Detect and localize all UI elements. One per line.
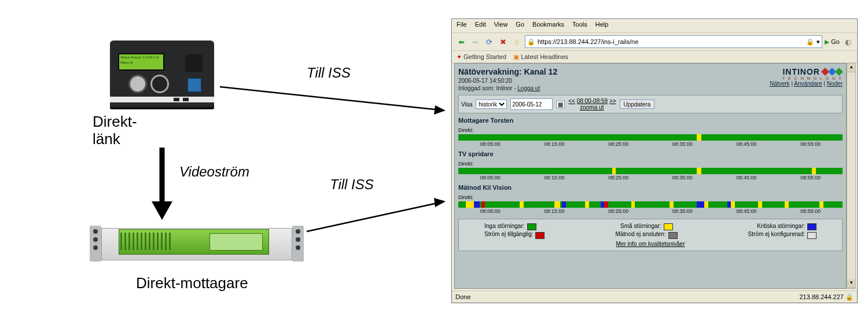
row-prefix: Direkt: (458, 127, 473, 133)
videostrom-label: Videoström (179, 164, 249, 180)
forward-icon[interactable]: ➡ (469, 36, 481, 47)
timeline-ticks: 08:05:0008:15:0008:25:0008:35:0008:45:00… (458, 208, 843, 214)
direkt-mottagare-label: Direkt-mottagare (136, 275, 248, 292)
uppdatera-button[interactable]: Uppdatera (620, 100, 655, 109)
intinor-logo: INTINOR T E C H N O L O G Y Nätverk | An… (770, 67, 843, 87)
nav-natverk[interactable]: Nätverk (770, 80, 789, 87)
logout-link[interactable]: Logga ut (517, 85, 540, 91)
status-right: 213.88.244.227 (799, 293, 843, 300)
legend-swatch (664, 223, 673, 230)
till-iss-label-bottom: Till ISS (330, 176, 374, 193)
ssl-icon: 🔒 (806, 38, 814, 46)
date-input[interactable] (510, 98, 553, 110)
calendar-icon[interactable]: ▦ (556, 101, 565, 108)
legend-label: Mätnod ej ansluten: (615, 231, 665, 237)
legend-swatch (527, 223, 536, 230)
visa-select[interactable]: historik (476, 100, 507, 109)
timeline-bar (458, 134, 843, 141)
svg-marker-5 (434, 198, 446, 207)
encoder-lcd: Status Encod: 1:0:54 1.9 Mbps dt (118, 53, 164, 71)
home-icon[interactable]: ⌂ (511, 36, 523, 47)
timeline-bar (458, 168, 843, 174)
row-prefix: Direkt: (458, 161, 473, 167)
menu-file[interactable]: File (457, 21, 467, 32)
timeline-ticks: 08:05:0008:15:0008:25:0008:35:0008:45:00… (458, 175, 843, 181)
logged-in-prefix: Inloggad som: Intinor - (458, 85, 517, 91)
legend-label: Kritiska störningar: (757, 223, 805, 229)
till-iss-label-top: Till ISS (307, 65, 351, 81)
menu-help[interactable]: Help (595, 21, 609, 32)
section-title: TV spridare (458, 150, 843, 157)
timeline-ticks: 08:05:0008:15:0008:25:0008:35:0008:45:00… (458, 141, 843, 147)
legend-swatch (807, 223, 816, 230)
browser-scrollbar[interactable]: ▴ ▾ (847, 63, 856, 289)
more-info-link[interactable]: Mer info om kvalitetsnivåer (616, 241, 685, 247)
legend-label: Ström ej tillgänglig: (484, 231, 533, 237)
direktlank-device: Status Encod: 1:0:54 1.9 Mbps dt (110, 32, 214, 107)
row-prefix: Direkt: (458, 194, 473, 200)
legend-swatch (668, 232, 678, 239)
url-text: https://213.88.244.227/ins-i_rails/ne (538, 38, 804, 45)
back-icon[interactable]: ⬅ (455, 36, 467, 47)
stop-icon[interactable]: ✖ (497, 36, 509, 47)
legend-label: Ström ej konfigurerad: (748, 231, 805, 237)
nav-noder[interactable]: Noder (827, 80, 843, 87)
menu-go[interactable]: Go (516, 21, 524, 32)
menu-edit[interactable]: Edit (475, 21, 486, 32)
svg-marker-3 (434, 105, 446, 115)
legend-swatch (807, 232, 816, 239)
page-content: Nätövervakning: Kanal 12 2006-05-17 14:5… (454, 63, 847, 289)
range-prev[interactable]: << (568, 98, 575, 104)
browser-window: File Edit View Go Bookmarks Tools Help ⬅… (451, 19, 858, 303)
bookmarks-bar: ✦ Getting Started ▣ Latest Headlines (452, 51, 857, 63)
visa-label: Visa (461, 101, 472, 108)
lock-icon: 🔒 (527, 38, 535, 46)
throbber-icon: ◐ (842, 36, 854, 47)
status-lock-icon: 🔒 (845, 293, 854, 300)
timeline-bar (458, 201, 843, 208)
reload-icon[interactable]: ⟳ (483, 36, 495, 47)
browser-toolbar: ⬅ ➡ ⟳ ✖ ⌂ 🔒 https://213.88.244.227/ins-i… (452, 32, 857, 51)
bookmark-latest-headlines[interactable]: ▣ Latest Headlines (513, 53, 568, 61)
zoom-out-link[interactable]: zooma ut (580, 104, 604, 111)
svg-marker-1 (152, 201, 172, 220)
legend-label: Inga störningar: (484, 223, 525, 229)
menu-bookmarks[interactable]: Bookmarks (532, 21, 564, 32)
url-dropdown-icon[interactable]: ▾ (816, 38, 820, 46)
direktlank-label: Direkt- länk (93, 113, 137, 148)
svg-line-2 (220, 87, 440, 110)
legend-swatch (535, 232, 545, 239)
svg-line-4 (307, 203, 440, 231)
section-title: Mätnod Kil Vision (458, 184, 843, 191)
status-left: Done (455, 293, 470, 300)
direkt-mottagare-device (90, 226, 304, 266)
legend-label: Små störningar: (620, 223, 661, 229)
legend-panel: Inga störningar: Små störningar: Kritisk… (458, 219, 843, 251)
range-next[interactable]: >> (609, 98, 616, 104)
browser-statusbar: Done 213.88.244.227 🔒 (452, 290, 857, 303)
menu-view[interactable]: View (494, 21, 508, 32)
menu-tools[interactable]: Tools (572, 21, 587, 32)
section-title: Mottagare Torsten (458, 117, 843, 124)
nav-anvandare[interactable]: Användare (794, 80, 822, 87)
page-timestamp: 2006-05-17 14:50:20 (458, 78, 557, 84)
bookmark-getting-started[interactable]: ✦ Getting Started (457, 53, 506, 61)
page-title: Nätövervakning: Kanal 12 (458, 67, 557, 76)
url-input[interactable]: 🔒 https://213.88.244.227/ins-i_rails/ne … (525, 35, 822, 48)
range-text[interactable]: 08:00-08:59 (577, 98, 608, 104)
go-button[interactable]: ▶Go (825, 38, 840, 46)
browser-menubar: File Edit View Go Bookmarks Tools Help (452, 19, 857, 32)
controls-panel: Visa historik ▦ << 08:00-08:59 >> zooma … (458, 95, 843, 113)
